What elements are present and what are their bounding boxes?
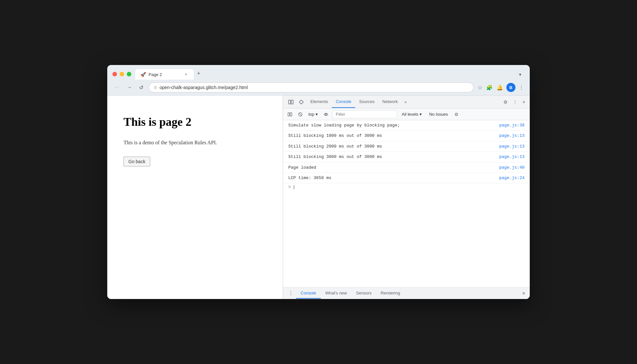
- context-selector[interactable]: top ▾: [306, 110, 320, 118]
- browser-window: 🚀 Page 2 × + ▾ ← → ↺ ⊙ ☆ 🧩 🔔 B ⋮ This is…: [107, 65, 530, 299]
- console-row: Still blocking 3000 ms out of 3000 mspag…: [283, 152, 530, 162]
- log-levels-dropdown-icon: ▾: [420, 112, 422, 117]
- address-field[interactable]: ⊙: [149, 82, 474, 93]
- console-row: Still blocking 1000 ms out of 3000 mspag…: [283, 131, 530, 141]
- bottom-close-button[interactable]: ×: [520, 289, 527, 298]
- maximize-window-button[interactable]: [127, 72, 131, 76]
- devtools-more-button[interactable]: ⋮: [511, 98, 519, 106]
- devtools-close-button[interactable]: ×: [521, 98, 527, 106]
- browser-tab-page2[interactable]: 🚀 Page 2 ×: [135, 69, 194, 80]
- clear-console-icon: [298, 112, 303, 117]
- page-heading: This is page 2: [124, 115, 266, 129]
- console-row: Still blocking 2000 ms out of 3000 mspag…: [283, 141, 530, 152]
- console-source-link[interactable]: page.js:13: [499, 143, 525, 150]
- console-row: LCP time: 3658 mspage.js:24: [283, 173, 530, 183]
- live-expressions-button[interactable]: [322, 111, 330, 118]
- address-actions: ☆ 🧩 🔔 B ⋮: [477, 83, 525, 92]
- console-prompt-symbol: >: [288, 185, 291, 189]
- devtools-tab-elements[interactable]: Elements: [306, 96, 332, 108]
- console-source-link[interactable]: page.js:13: [499, 153, 525, 161]
- tab-bar: 🚀 Page 2 × + ▾: [135, 68, 525, 80]
- page-body: This is a demo of the Speculation Rules …: [124, 138, 266, 147]
- bottom-tab-rendering[interactable]: Rendering: [376, 288, 405, 299]
- forward-button[interactable]: →: [125, 83, 134, 92]
- devtools-inspect-icon[interactable]: [296, 98, 306, 107]
- close-window-button[interactable]: [112, 72, 117, 76]
- tab-close-button[interactable]: ×: [183, 72, 188, 77]
- console-message-text: Still blocking 3000 ms out of 3000 ms: [288, 153, 494, 161]
- console-filter-input[interactable]: [332, 110, 397, 118]
- console-message-text: Still blocking 2000 ms out of 3000 ms: [288, 143, 494, 150]
- svg-rect-0: [289, 100, 291, 104]
- console-cursor[interactable]: |: [293, 185, 295, 189]
- tab-favicon: 🚀: [140, 72, 146, 77]
- console-message-text: Still blocking 1000 ms out of 3000 ms: [288, 132, 494, 139]
- profile-button[interactable]: B: [506, 83, 515, 92]
- svg-point-2: [300, 100, 303, 104]
- console-sidebar-button[interactable]: [286, 111, 294, 118]
- bottom-tab-sensors[interactable]: Sensors: [352, 288, 376, 299]
- eye-icon: [324, 112, 328, 117]
- back-button[interactable]: ←: [112, 83, 122, 92]
- page-content: This is page 2 This is a demo of the Spe…: [107, 96, 283, 299]
- svg-line-10: [299, 113, 302, 116]
- svg-rect-1: [291, 100, 293, 104]
- url-input[interactable]: [160, 85, 469, 90]
- console-row: Page loadedpage.js:40: [283, 162, 530, 173]
- tab-dropdown-button[interactable]: ▾: [516, 70, 525, 79]
- console-sidebar-icon: [288, 112, 292, 117]
- console-input-row: >|: [283, 183, 530, 191]
- svg-rect-8: [290, 113, 292, 116]
- bottom-tab-console[interactable]: Console: [296, 288, 321, 299]
- window-controls: [112, 72, 131, 76]
- devtools-tab-network[interactable]: Network: [379, 96, 402, 108]
- console-source-link[interactable]: page.js:38: [499, 122, 525, 129]
- context-label: top: [308, 112, 314, 117]
- console-row: Simulate slow loading page by blocking p…: [283, 120, 530, 131]
- main-area: This is page 2 This is a demo of the Spe…: [107, 96, 530, 299]
- console-toolbar: top ▾ All levels ▾ No Issues ⚙: [283, 109, 530, 120]
- sidebar-toggle-icon: [288, 99, 293, 105]
- console-message-text: Page loaded: [288, 164, 494, 171]
- console-source-link[interactable]: page.js:13: [499, 132, 525, 139]
- svg-point-12: [325, 114, 327, 115]
- extensions-button[interactable]: 🧩: [486, 84, 493, 91]
- console-source-link[interactable]: page.js:24: [499, 174, 525, 182]
- go-back-button[interactable]: Go back: [124, 157, 150, 166]
- console-clear-button[interactable]: [296, 111, 305, 118]
- reload-button[interactable]: ↺: [137, 83, 145, 92]
- devtools-tabs: Elements Console Sources Network » ⚙ ⋮ ×: [283, 96, 530, 109]
- more-options-button[interactable]: ⋮: [518, 84, 525, 91]
- log-levels-button[interactable]: All levels ▾: [399, 110, 424, 118]
- security-icon: ⊙: [154, 85, 157, 90]
- inspect-icon: [299, 99, 304, 105]
- bookmark-button[interactable]: ☆: [477, 84, 483, 91]
- console-message-text: Simulate slow loading page by blocking p…: [288, 122, 494, 129]
- bottom-more-button[interactable]: ⋮: [286, 289, 296, 298]
- devtools-bottom-tabs: ⋮ Console What's new Sensors Rendering ×: [283, 287, 530, 299]
- devtools-settings-button[interactable]: ⚙: [501, 98, 510, 106]
- bottom-tab-whats-new[interactable]: What's new: [321, 288, 352, 299]
- console-message-text: LCP time: 3658 ms: [288, 174, 494, 182]
- title-bar: 🚀 Page 2 × + ▾: [107, 65, 530, 80]
- no-issues-button[interactable]: No Issues: [426, 110, 450, 118]
- minimize-window-button[interactable]: [120, 72, 124, 76]
- address-bar: ← → ↺ ⊙ ☆ 🧩 🔔 B ⋮: [107, 80, 530, 96]
- devtools-panel: Elements Console Sources Network » ⚙ ⋮ ×: [283, 96, 530, 299]
- notifications-button[interactable]: 🔔: [496, 84, 504, 91]
- devtools-tab-console[interactable]: Console: [332, 96, 355, 108]
- devtools-tab-sources[interactable]: Sources: [355, 96, 379, 108]
- context-dropdown-icon: ▾: [316, 112, 318, 117]
- console-settings-button[interactable]: ⚙: [452, 110, 461, 118]
- new-tab-button[interactable]: +: [194, 68, 204, 79]
- log-levels-label: All levels: [402, 112, 418, 117]
- console-source-link[interactable]: page.js:40: [499, 164, 525, 171]
- devtools-actions: ⚙ ⋮ ×: [501, 98, 527, 106]
- devtools-more-tabs-button[interactable]: »: [402, 98, 409, 106]
- console-output: Simulate slow loading page by blocking p…: [283, 120, 530, 287]
- devtools-sidebar-icon[interactable]: [286, 98, 296, 107]
- tab-title: Page 2: [149, 72, 181, 77]
- svg-rect-7: [288, 113, 290, 116]
